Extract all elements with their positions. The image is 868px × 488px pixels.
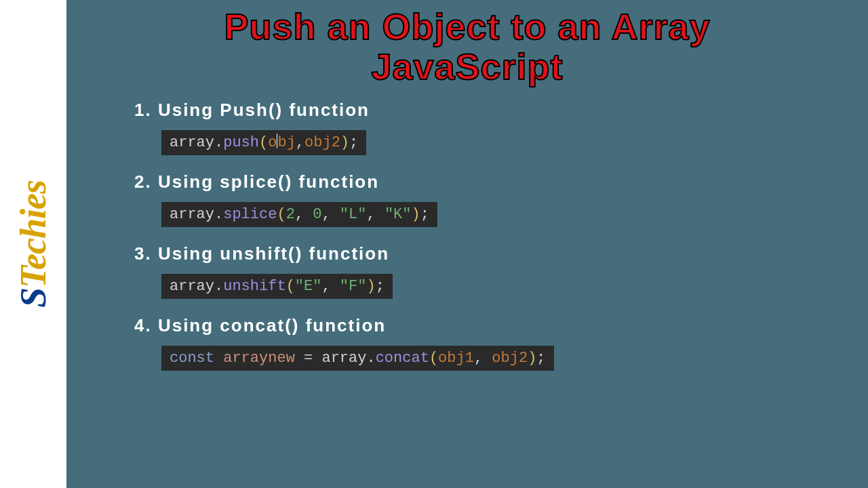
- tok-close-paren: ): [340, 134, 349, 151]
- tok-obj: array: [170, 206, 214, 223]
- tok-dot: .: [366, 350, 375, 367]
- section-splice: 2. Using splice() function array.splice(…: [134, 171, 841, 227]
- tok-method: splice: [223, 206, 277, 223]
- tok-sp3: [313, 350, 321, 367]
- section-heading: 1. Using Push() function: [134, 100, 841, 121]
- tok-eq: =: [304, 350, 313, 367]
- tok-semi: ;: [376, 278, 384, 295]
- tok-c2: ,: [321, 206, 339, 223]
- tok-semi: ;: [349, 134, 358, 151]
- tok-open-paren: (: [259, 134, 268, 151]
- logo-letter-s: S: [13, 288, 54, 308]
- text-caret-icon: [277, 134, 277, 148]
- tok-str2: "K": [384, 206, 412, 223]
- sidebar: STechies: [0, 0, 66, 488]
- tok-arg1a: o: [268, 134, 277, 151]
- tok-arg1b: bj: [277, 134, 295, 151]
- logo-letters-ies: ies: [13, 180, 54, 219]
- tok-kw: const: [170, 350, 214, 367]
- code-block-push: array.push(obj,obj2);: [161, 130, 366, 155]
- tok-obj: array: [321, 350, 366, 367]
- logo: STechies: [12, 180, 54, 308]
- tok-semi: ;: [536, 350, 545, 367]
- code-block-splice: array.splice(2, 0, "L", "K");: [161, 202, 437, 227]
- tok-arg2: obj2: [492, 350, 528, 367]
- tok-c1: ,: [474, 350, 492, 367]
- tok-open-paren: (: [429, 350, 438, 367]
- tok-open-paren: (: [286, 278, 295, 295]
- section-heading: 3. Using unshift() function: [134, 243, 841, 264]
- section-concat: 4. Using concat() function const arrayne…: [134, 315, 841, 371]
- tok-sp1: [214, 350, 223, 367]
- page-title: Push an Object to an Array JavaScript: [94, 7, 841, 87]
- tok-sp2: [295, 350, 304, 367]
- tok-obj: array: [170, 134, 214, 151]
- tok-comma: ,: [296, 134, 304, 151]
- title-line-2: JavaScript: [371, 46, 563, 87]
- section-heading: 2. Using splice() function: [134, 171, 841, 192]
- tok-dot: .: [214, 278, 223, 295]
- tok-arg1: obj1: [438, 350, 474, 367]
- tok-str1: "L": [340, 206, 367, 223]
- section-push: 1. Using Push() function array.push(obj,…: [134, 100, 841, 155]
- tok-close-paren: ): [411, 206, 420, 223]
- main-content: Push an Object to an Array JavaScript 1.…: [66, 0, 868, 488]
- tok-close-paren: ): [366, 278, 375, 295]
- section-unshift: 3. Using unshift() function array.unshif…: [134, 243, 841, 299]
- tok-method: push: [223, 134, 259, 151]
- tok-c3: ,: [366, 206, 384, 223]
- tok-method: unshift: [223, 278, 285, 295]
- logo-letter-t: T: [13, 270, 54, 288]
- tok-dot: .: [214, 206, 223, 223]
- logo-letters-ech: ech: [13, 219, 54, 270]
- tok-c1: ,: [321, 278, 339, 295]
- tok-open-paren: (: [277, 206, 285, 223]
- tok-str2: "F": [340, 278, 367, 295]
- tok-dot: .: [214, 134, 223, 151]
- code-block-unshift: array.unshift("E", "F");: [161, 274, 393, 299]
- tok-c1: ,: [295, 206, 313, 223]
- tok-method: concat: [376, 350, 429, 367]
- tok-close-paren: ): [528, 350, 536, 367]
- tok-arg2: obj2: [304, 134, 340, 151]
- tok-semi: ;: [420, 206, 429, 223]
- section-heading: 4. Using concat() function: [134, 315, 841, 336]
- tok-num1: 2: [286, 206, 295, 223]
- title-line-1: Push an Object to an Array: [224, 6, 710, 47]
- tok-obj: array: [170, 278, 214, 295]
- code-block-concat: const arraynew = array.concat(obj1, obj2…: [161, 346, 554, 371]
- tok-num2: 0: [313, 206, 321, 223]
- tok-var: arraynew: [223, 350, 295, 367]
- tok-str1: "E": [295, 278, 322, 295]
